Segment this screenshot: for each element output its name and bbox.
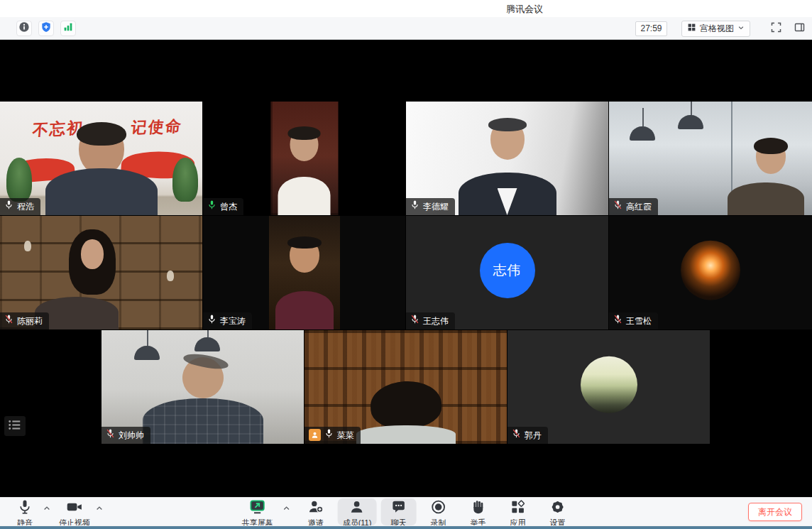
mute-button[interactable]: 静音 — [7, 498, 43, 525]
camera-options-chevron[interactable] — [94, 495, 105, 522]
mic-options-chevron[interactable] — [41, 495, 53, 522]
video-tile-caicai[interactable]: 菜菜 — [304, 330, 507, 444]
meeting-timer: 27:59 — [635, 21, 667, 36]
microphone-icon — [18, 499, 32, 518]
video-grid: 不忘初 记使命 程浩 曾杰 — [0, 40, 812, 497]
gear-icon — [549, 499, 565, 518]
participant-name-tag: 王志伟 — [406, 312, 455, 329]
security-button[interactable] — [38, 21, 54, 36]
settings-button[interactable]: 设置 — [539, 498, 575, 525]
panel-icon — [794, 21, 806, 36]
video-tile-libaotao[interactable]: 李宝涛 — [203, 216, 405, 329]
participant-name-tag: 郭丹 — [508, 427, 548, 444]
video-tile-gaohongxia[interactable]: 高红霞 — [609, 102, 812, 215]
mic-on-icon — [207, 314, 216, 327]
shield-icon — [40, 21, 52, 36]
participant-name-tag: 曾杰 — [203, 198, 243, 215]
grid-view-icon — [687, 23, 696, 34]
mic-on-icon — [4, 200, 13, 213]
invite-person-icon — [308, 499, 324, 518]
signal-icon — [62, 21, 74, 36]
video-tile-wangxuesong[interactable]: 王雪松 — [609, 216, 812, 329]
share-options-chevron[interactable] — [281, 495, 292, 522]
record-button[interactable]: 录制 — [420, 498, 456, 525]
avatar-photo — [681, 241, 740, 300]
avatar-photo — [581, 356, 637, 413]
raised-hand-icon — [470, 499, 485, 518]
mic-muted-icon — [106, 428, 115, 442]
participant-name-tag: 王雪松 — [609, 312, 658, 329]
avatar-initials: 志伟 — [480, 243, 535, 298]
participant-name-tag: 李德耀 — [406, 198, 455, 215]
chat-button[interactable]: 聊天 — [380, 498, 416, 525]
mic-muted-icon — [512, 428, 521, 442]
share-screen-icon — [249, 499, 266, 518]
mic-speaking-icon — [207, 200, 216, 213]
video-tile-chenlili[interactable]: 陈丽莉 — [0, 216, 202, 329]
apps-button[interactable]: 应用 — [500, 498, 535, 525]
members-icon — [349, 499, 365, 518]
share-screen-button[interactable]: 共享屏幕 — [237, 498, 278, 525]
network-status-button[interactable] — [60, 21, 76, 36]
caption-list-toggle[interactable] — [4, 416, 26, 436]
chevron-down-icon — [737, 23, 745, 33]
meeting-info-button[interactable] — [16, 21, 32, 36]
participant-name-tag: 菜菜 — [304, 427, 361, 444]
mic-muted-icon — [4, 314, 13, 327]
leave-meeting-button[interactable]: 离开会议 — [748, 503, 802, 521]
meeting-window: 腾讯会议 27:59 — [0, 0, 812, 529]
mic-on-icon — [410, 200, 419, 213]
view-mode-label: 宫格视图 — [700, 23, 734, 35]
top-toolbar: 27:59 宫格视图 — [0, 17, 812, 40]
camera-icon — [66, 499, 83, 518]
participant-name-tag: 刘帅帅 — [102, 427, 150, 444]
side-panel-button[interactable] — [792, 21, 806, 36]
video-tile-liushuaishuai[interactable]: 刘帅帅 — [102, 330, 304, 444]
members-button[interactable]: 成员(11) — [338, 498, 377, 525]
wall-slogan-right: 记使命 — [130, 116, 183, 138]
invite-button[interactable]: 邀请 — [298, 498, 334, 525]
participant-name-tag: 陈丽莉 — [0, 312, 49, 329]
mic-muted-icon — [410, 314, 419, 327]
mic-muted-icon — [613, 200, 622, 213]
participant-name-tag: 李宝涛 — [203, 312, 252, 329]
video-tile-chenghao[interactable]: 不忘初 记使命 程浩 — [0, 102, 202, 215]
view-mode-selector[interactable]: 宫格视图 — [681, 21, 750, 37]
taskbar-edge — [0, 525, 812, 529]
fullscreen-button[interactable] — [769, 21, 783, 36]
raise-hand-button[interactable]: 举手 — [460, 498, 495, 525]
window-title: 腾讯会议 — [506, 3, 543, 16]
title-bar: 腾讯会议 — [0, 0, 812, 17]
fullscreen-icon — [770, 21, 782, 36]
participant-name-tag: 程浩 — [0, 198, 40, 215]
mic-muted-icon — [613, 314, 622, 327]
chat-bubble-icon — [390, 499, 406, 518]
info-icon — [18, 21, 30, 36]
stop-video-button[interactable]: 停止视频 — [54, 498, 95, 525]
bottom-toolbar: 静音 停止视频 共享屏幕 — [0, 497, 812, 525]
video-tile-zengjie[interactable]: 曾杰 — [203, 102, 405, 215]
video-tile-lideyao[interactable]: 李德耀 — [406, 102, 608, 215]
video-tile-wangzhiwei[interactable]: 志伟 王志伟 — [406, 216, 608, 329]
list-icon — [8, 419, 22, 434]
mic-on-icon — [324, 428, 334, 442]
video-tile-guodan[interactable]: 郭丹 — [508, 330, 710, 444]
record-icon — [430, 499, 446, 518]
apps-grid-icon — [510, 499, 525, 518]
host-badge-icon — [309, 429, 321, 441]
participant-name-tag: 高红霞 — [609, 198, 658, 215]
